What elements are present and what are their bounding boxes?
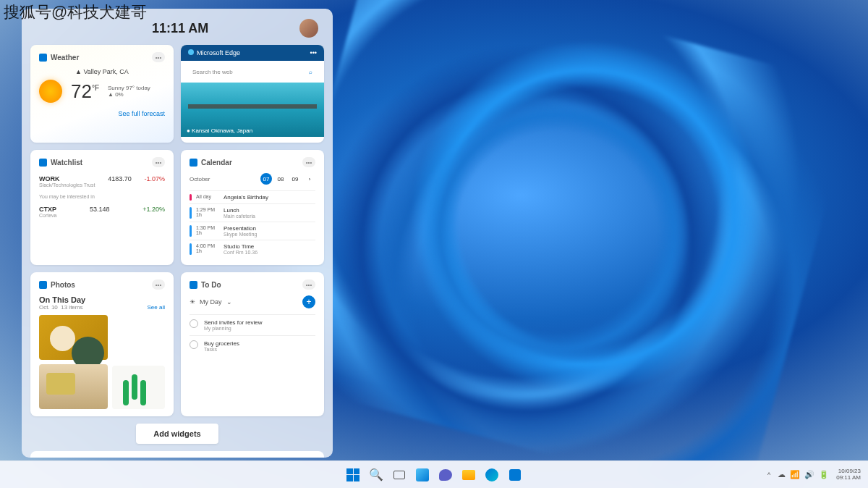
card-menu-button[interactable]: ••• — [152, 279, 165, 290]
wifi-icon[interactable]: 📶 — [790, 470, 800, 479]
check-icon — [190, 281, 197, 289]
explorer-button[interactable] — [459, 465, 479, 485]
photo-thumbnail[interactable] — [39, 315, 108, 360]
calendar-event[interactable]: 1:29 PM1h LunchMain cafeteria — [190, 203, 315, 222]
onedrive-icon[interactable]: ☁ — [778, 470, 786, 479]
user-avatar[interactable] — [299, 19, 318, 38]
battery-icon[interactable]: 🔋 — [819, 470, 829, 479]
card-menu-button[interactable]: ••• — [310, 49, 317, 56]
search-input[interactable]: Search the web ⌕ — [188, 65, 317, 78]
temperature: 72°F — [71, 80, 99, 102]
checkbox[interactable] — [190, 319, 198, 328]
card-menu-button[interactable]: ••• — [152, 52, 165, 62]
todo-item[interactable]: Buy groceriesTasks — [190, 335, 315, 356]
store-button[interactable] — [505, 465, 525, 485]
card-menu-button[interactable]: ••• — [302, 279, 315, 290]
checkbox[interactable] — [190, 340, 198, 349]
stock-row[interactable]: CTXPCorteva 53.148+1.20% — [39, 203, 165, 220]
chevron-down-icon[interactable]: ⌄ — [226, 298, 232, 306]
chevron-up-icon[interactable]: ^ — [767, 471, 770, 479]
widgets-panel: 11:11 AM Weather ••• ▲ Valley Park, CA 7… — [22, 9, 333, 458]
weather-icon — [39, 54, 47, 62]
watermark-text: 搜狐号@科技犬建哥 — [4, 1, 147, 23]
start-button[interactable] — [343, 465, 363, 485]
todo-item[interactable]: Send invites for reviewMy planning — [190, 314, 315, 335]
search-icon: ⌕ — [309, 69, 312, 75]
watchlist-widget[interactable]: Watchlist ••• WORKSlack/Technologies Tru… — [30, 150, 174, 265]
photos-icon — [39, 281, 47, 289]
add-widgets-button[interactable]: Add widgets — [136, 424, 218, 444]
volume-icon[interactable]: 🔊 — [804, 470, 814, 479]
calendar-event[interactable]: All day Angela's Birthday — [190, 190, 315, 203]
card-menu-button[interactable]: ••• — [152, 157, 165, 167]
bing-image: ● Kansai Okinawa, Japan — [181, 83, 324, 137]
calendar-widget[interactable]: Calendar ••• October 07 08 09 › All day … — [181, 150, 324, 265]
taskbar: 🔍 ^ ☁ 📶 🔊 🔋 10/09/23 09:11 AM — [0, 460, 868, 488]
chat-button[interactable] — [435, 465, 456, 485]
sun-icon — [39, 80, 62, 103]
chart-icon — [39, 159, 47, 167]
card-menu-button[interactable]: ••• — [302, 157, 315, 167]
calendar-icon — [190, 159, 197, 167]
photo-thumbnail[interactable] — [39, 364, 108, 409]
weather-widget[interactable]: Weather ••• ▲ Valley Park, CA 72°F Sunny… — [30, 45, 174, 143]
sun-icon: ☀ — [190, 298, 195, 306]
add-task-button[interactable]: + — [302, 295, 315, 308]
stock-row[interactable]: WORKSlack/Technologies Trust 4183.70-1.0… — [39, 173, 165, 190]
forecast-link[interactable]: See full forecast — [39, 110, 165, 117]
system-tray[interactable]: ^ ☁ 📶 🔊 🔋 10/09/23 09:11 AM — [767, 468, 861, 481]
calendar-day-picker[interactable]: October 07 08 09 › — [190, 173, 315, 185]
widgets-button[interactable] — [412, 465, 433, 485]
photo-thumbnail[interactable] — [112, 366, 165, 409]
edge-button[interactable] — [482, 465, 502, 485]
see-all-link[interactable]: See all — [148, 304, 165, 311]
top-stories-section: TOP STORIES CNN Today · 5 mins One of th… — [30, 451, 324, 458]
task-view-button[interactable] — [389, 465, 409, 485]
calendar-event[interactable]: 4:00 PM1h Studio TimeConf Rm 10.36 — [190, 240, 315, 258]
photos-widget[interactable]: Photos ••• On This Day Oct. 10 13 items … — [30, 272, 174, 416]
edge-widget[interactable]: Microsoft Edge ••• Search the web ⌕ ● Ka… — [181, 45, 324, 143]
todo-widget[interactable]: To Do ••• ☀ My Day ⌄ + Send invites for … — [181, 272, 324, 416]
search-button[interactable]: 🔍 — [366, 465, 386, 485]
widgets-clock: 11:11 AM — [152, 21, 208, 36]
taskbar-clock[interactable]: 10/09/23 09:11 AM — [836, 468, 861, 481]
calendar-event[interactable]: 1:30 PM1h PresentationSkype Meeting — [190, 222, 315, 240]
